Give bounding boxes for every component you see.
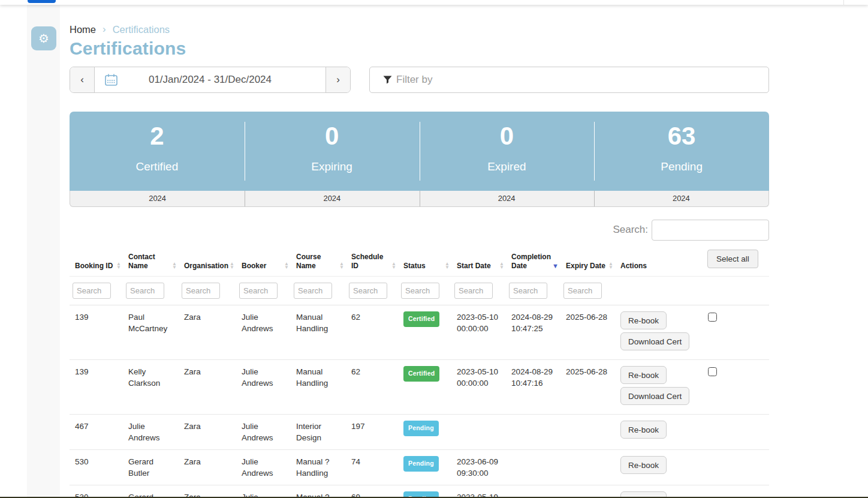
column-header-course-name[interactable]: Course Name▲▼ xyxy=(291,246,346,276)
column-header-completion-date[interactable]: Completion Date▼ xyxy=(506,246,560,276)
re-book-button[interactable]: Re-book xyxy=(620,421,667,439)
row-checkbox[interactable] xyxy=(708,313,717,322)
sort-icons: ▲▼ xyxy=(499,262,504,269)
cell-organisation: Zara xyxy=(179,360,236,414)
column-header-organisation[interactable]: Organisation▲▼ xyxy=(179,246,236,276)
column-header-start-date[interactable]: Start Date▲▼ xyxy=(451,246,506,276)
column-header-label: Course Name xyxy=(296,253,337,271)
column-search-input-booking-id[interactable] xyxy=(73,283,111,299)
breadcrumb-home-link[interactable]: Home xyxy=(70,24,96,35)
calendar-icon xyxy=(104,73,118,87)
stat-year: 2024 xyxy=(420,191,594,206)
re-book-button[interactable]: Re-book xyxy=(620,366,667,384)
filter-by-input[interactable] xyxy=(369,67,769,93)
cell-completion-date: 2024-08-29 10:47:25 xyxy=(506,305,560,359)
column-search-input-schedule-id[interactable] xyxy=(349,283,387,299)
column-header-contact-name[interactable]: Contact Name▲▼ xyxy=(123,246,179,276)
column-search-input-course-name[interactable] xyxy=(294,283,332,299)
download-cert-button[interactable]: Download Cert xyxy=(620,332,689,350)
cell-start-date: 2023-05-19 09:00:00 xyxy=(451,485,506,498)
table-row: 467Julie AndrewsZaraJulie AndrewsInterio… xyxy=(70,415,769,450)
global-search-row: Search: xyxy=(70,219,769,241)
cell-course-name: Interior Design xyxy=(291,415,346,449)
filter-cell xyxy=(291,277,346,305)
cell-organisation: Zara xyxy=(179,485,236,498)
sort-down-icon: ▼ xyxy=(172,266,177,269)
filter-cell xyxy=(703,277,769,305)
column-header-actions: Actions xyxy=(615,246,703,276)
gear-icon: ⚙ xyxy=(38,32,49,45)
date-prev-button[interactable]: ‹ xyxy=(70,67,95,92)
column-header-expiry-date[interactable]: Expiry Date▲▼ xyxy=(560,246,615,276)
cell-completion-date xyxy=(506,450,560,485)
column-header-label: Organisation xyxy=(184,262,228,271)
sidebar: ⚙ xyxy=(27,5,60,498)
column-search-input-status[interactable] xyxy=(401,283,439,299)
cell-actions: Re-bookDownload Cert xyxy=(615,305,703,359)
cell-contact-name: Gerard Butler xyxy=(123,450,179,485)
cell-course-name: Manual ? Handling xyxy=(291,450,346,485)
cell-schedule-id: 197 xyxy=(346,415,398,449)
table-row: 139Paul McCartneyZaraJulie AndrewsManual… xyxy=(70,305,769,360)
stats-years-row: 2024202420242024 xyxy=(70,191,769,207)
cell-booker: Julie Andrews xyxy=(236,305,291,359)
cell-completion-date xyxy=(506,485,560,498)
column-search-input-booker[interactable] xyxy=(239,283,278,299)
download-cert-button[interactable]: Download Cert xyxy=(620,387,689,405)
cell-completion-date xyxy=(506,415,560,449)
stat-value: 2 xyxy=(70,121,245,152)
cell-expiry-date xyxy=(560,450,615,485)
cell-organisation: Zara xyxy=(179,450,236,485)
column-header-label: Booking ID xyxy=(75,262,113,271)
column-header-status[interactable]: Status▲▼ xyxy=(398,246,451,276)
stat-section: 0Expired xyxy=(420,112,595,191)
stat-section: 2Certified xyxy=(70,112,245,191)
sort-icons: ▲▼ xyxy=(339,262,344,269)
global-search-input[interactable] xyxy=(652,220,769,241)
select-all-button[interactable]: Select all xyxy=(707,250,758,268)
table-row: 530Gerard ButlerZaraJulie AndrewsManual … xyxy=(70,450,769,485)
column-header-booking-id[interactable]: Booking ID▲▼ xyxy=(70,246,123,276)
date-range-display[interactable]: 01/Jan/2024 - 31/Dec/2024 xyxy=(95,67,326,92)
cell-course-name: Manual Handling xyxy=(291,360,346,414)
filter-funnel-icon xyxy=(383,76,392,84)
date-next-button[interactable]: › xyxy=(326,67,350,92)
cell-actions: Re-bookDownload Cert xyxy=(615,360,703,414)
status-badge: Pending xyxy=(403,456,439,472)
column-header-schedule-id[interactable]: Schedule ID▲▼ xyxy=(346,246,398,276)
cell-select xyxy=(703,450,769,485)
breadcrumb: Home › Certifications xyxy=(70,23,769,35)
global-search-label: Search: xyxy=(613,224,648,236)
date-range-picker: ‹ 01/Jan/2024 - 31/Dec/2024 › xyxy=(70,67,351,93)
re-book-button[interactable]: Re-book xyxy=(620,311,667,329)
cell-select xyxy=(703,485,769,498)
column-search-input-expiry-date[interactable] xyxy=(563,283,602,299)
cell-select xyxy=(703,415,769,449)
column-search-input-organisation[interactable] xyxy=(182,283,220,299)
row-checkbox[interactable] xyxy=(708,367,717,376)
column-header-label: Contact Name xyxy=(128,253,170,271)
status-badge: Pending xyxy=(403,421,439,436)
column-header-select: Select all xyxy=(703,246,769,276)
stat-section: 63Pending xyxy=(594,112,769,191)
settings-button[interactable]: ⚙ xyxy=(31,26,56,50)
column-header-label: Actions xyxy=(620,262,647,271)
column-header-booker[interactable]: Booker▲▼ xyxy=(236,246,291,276)
column-search-input-completion-date[interactable] xyxy=(509,283,547,299)
chevron-right-icon: › xyxy=(103,23,106,35)
toolbar: ‹ 01/Jan/2024 - 31/Dec/2024 › xyxy=(70,67,769,93)
cell-organisation: Zara xyxy=(179,415,236,449)
re-book-button[interactable]: Re-book xyxy=(620,456,667,474)
stat-value: 0 xyxy=(245,121,420,152)
column-search-input-start-date[interactable] xyxy=(454,283,493,299)
stat-label: Expiring xyxy=(245,160,420,173)
column-header-label: Booker xyxy=(242,262,266,271)
table-row: 530Gerard ButlerZaraJulie AndrewsManual … xyxy=(70,485,769,498)
cell-expiry-date xyxy=(560,415,615,449)
stat-year: 2024 xyxy=(594,191,768,206)
column-search-input-contact-name[interactable] xyxy=(126,283,164,299)
filter-cell xyxy=(506,277,560,305)
cell-select xyxy=(703,305,769,359)
cell-schedule-id: 74 xyxy=(346,450,398,485)
top-accent-pill xyxy=(28,0,56,3)
